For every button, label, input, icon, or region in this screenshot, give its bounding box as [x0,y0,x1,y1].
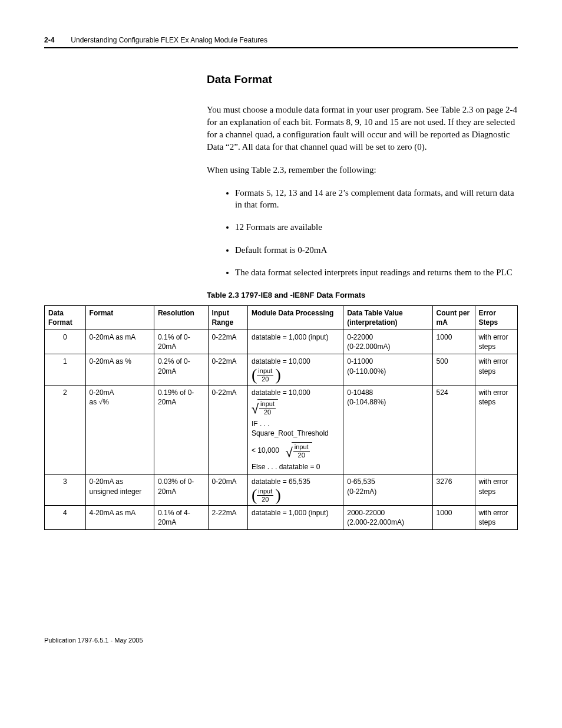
footer-publication: Publication 1797-6.5.1 - May 2005 [44,636,518,645]
paragraph-2: When using Table 2.3, remember the follo… [207,164,518,176]
th-dtv: Data Table Value (interpretation) [343,305,432,330]
table-row: 3 0-20mA as unsigned integer 0.03% of 0-… [45,475,518,505]
cell-processing: datatable = 65,535 ( input 20 ) [248,475,343,505]
cell-dtv: 0-11000(0-110.00%) [343,354,432,385]
cell-error: with error steps [475,505,518,529]
cell-dtv: 0-10488(0-104.88%) [343,385,432,475]
bullet-item: Formats 5, 12, 13 and 14 are 2’s complem… [235,187,518,211]
cell-error: with error steps [475,354,518,385]
data-formats-table: Data Format Format Resolution Input Rang… [44,305,518,530]
cell-format: 0-20mA as unsigned integer [85,475,154,505]
cell-error: with error steps [475,385,518,475]
bullet-list: Formats 5, 12, 13 and 14 are 2’s complem… [207,187,518,278]
page-header: 2-4 Understanding Configurable FLEX Ex A… [44,35,518,48]
bullet-item: 12 Formats are available [235,221,518,233]
cell-processing: datatable = 1,000 (input) [248,505,343,529]
cell-count: 3276 [432,475,475,505]
cell-format: 0-20mA as mA [85,330,154,354]
cell-resolution: 0.1% of 0-20mA [154,330,208,354]
paragraph-1: You must choose a module data format in … [207,104,518,153]
th-count: Count per mA [432,305,475,330]
section-heading: Data Format [207,72,518,87]
cell-resolution: 0.19% of 0-20mA [154,385,208,475]
cell-df: 1 [45,354,86,385]
table-row: 2 0-20mAas √% 0.19% of 0-20mA 0-22mA dat… [45,385,518,475]
main-content: Data Format You must choose a module dat… [207,72,518,278]
cell-dtv: 2000-22000(2.000-22.000mA) [343,505,432,529]
cell-count: 500 [432,354,475,385]
table-row: 0 0-20mA as mA 0.1% of 0-20mA 0-22mA dat… [45,330,518,354]
header-title: Understanding Configurable FLEX Ex Analo… [71,35,267,45]
th-data-format: Data Format [45,305,86,330]
cell-count: 1000 [432,330,475,354]
cell-dtv: 0-65,535(0-22mA) [343,475,432,505]
th-resolution: Resolution [154,305,208,330]
cell-processing: datatable = 10,000 √ input 20 IF . . . [248,385,343,475]
cell-df: 2 [45,385,86,475]
cell-processing: datatable = 1,000 (input) [248,330,343,354]
cell-resolution: 0.03% of 0-20mA [154,475,208,505]
cell-resolution: 0.2% of 0-20mA [154,354,208,385]
cell-format: 0-20mA as % [85,354,154,385]
cell-range: 0-20mA [208,475,247,505]
cell-range: 0-22mA [208,385,247,475]
cell-range: 0-22mA [208,354,247,385]
bullet-item: Default format is 0-20mA [235,244,518,256]
cell-count: 1000 [432,505,475,529]
th-processing: Module Data Processing [248,305,343,330]
cell-resolution: 0.1% of 4-20mA [154,505,208,529]
th-input-range: Input Range [208,305,247,330]
table-caption: Table 2.3 1797-IE8 and -IE8NF Data Forma… [207,290,518,301]
table-header-row: Data Format Format Resolution Input Rang… [45,305,518,330]
cell-error: with error steps [475,330,518,354]
cell-count: 524 [432,385,475,475]
bullet-item: The data format selected interprets inpu… [235,266,518,278]
table-row: 1 0-20mA as % 0.2% of 0-20mA 0-22mA data… [45,354,518,385]
table-row: 4 4-20mA as mA 0.1% of 4-20mA 2-22mA dat… [45,505,518,529]
cell-dtv: 0-22000(0-22.000mA) [343,330,432,354]
cell-format: 0-20mAas √% [85,385,154,475]
cell-df: 4 [45,505,86,529]
cell-df: 0 [45,330,86,354]
th-format: Format [85,305,154,330]
cell-range: 0-22mA [208,330,247,354]
cell-df: 3 [45,475,86,505]
cell-range: 2-22mA [208,505,247,529]
cell-processing: datatable = 10,000 ( input 20 ) [248,354,343,385]
cell-format: 4-20mA as mA [85,505,154,529]
cell-error: with error steps [475,475,518,505]
th-error: Error Steps [475,305,518,330]
page-number: 2-4 [44,35,54,45]
